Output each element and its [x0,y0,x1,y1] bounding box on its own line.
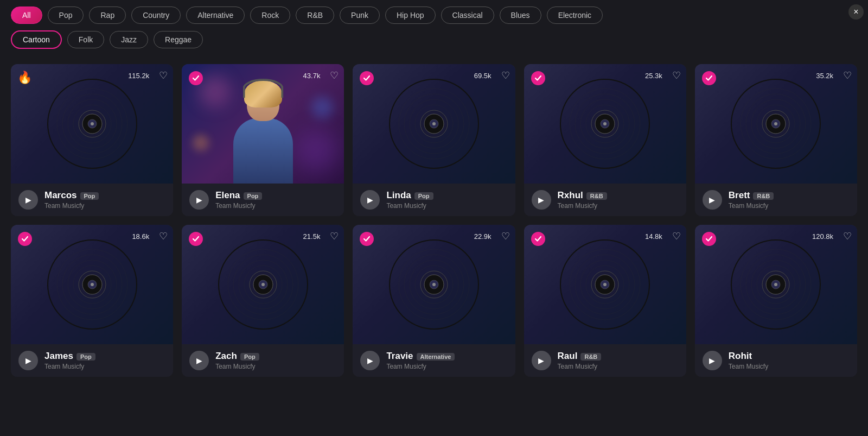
genre-btn-alternative[interactable]: Alternative [186,7,245,24]
verified-badge [701,71,717,86]
svg-point-8 [91,122,94,125]
heart-button[interactable]: ♡ [843,69,852,81]
card-image: 43.7k ♡ [182,64,344,184]
music-card-rxhul[interactable]: 25.3k ♡ ▶ RxhulR&B Team Musicfy [524,64,686,216]
genre-btn-blues[interactable]: Blues [500,7,541,24]
verified-badge [359,71,374,86]
fire-badge: 🔥 [17,71,32,85]
genre-tag: R&B [753,192,774,200]
genre-tag: Pop [76,353,95,361]
play-button[interactable]: ▶ [189,351,209,370]
card-team: Team Musicfy [558,202,679,210]
card-team: Team Musicfy [215,363,336,370]
play-button[interactable]: ▶ [360,351,380,370]
music-card-rohit[interactable]: 120.8k ♡ ▶ Rohit Team Musicfy [695,225,857,377]
card-artist-name: RaulR&B [558,351,679,362]
genre-btn-electronic[interactable]: Electronic [547,7,603,24]
card-info: ▶ RaulR&B Team Musicfy [524,344,686,377]
genre-tag: Pop [414,192,433,200]
card-info: ▶ ZachPop Team Musicfy [182,344,344,377]
heart-button[interactable]: ♡ [672,69,681,81]
music-card-elena[interactable]: 43.7k ♡ ▶ ElenaPop Team Musicfy [182,64,344,216]
genre-btn-country[interactable]: Country [131,7,181,24]
svg-point-29 [531,71,545,85]
svg-point-69 [360,232,374,246]
close-button[interactable]: × [848,4,864,20]
card-team: Team Musicfy [44,202,165,210]
card-count: 35.2k [816,72,833,80]
genre-tag: Pop [240,353,259,361]
play-button[interactable]: ▶ [18,190,38,210]
music-card-brett[interactable]: 35.2k ♡ ▶ BrettR&B Team Musicfy [695,64,857,216]
verified-badge [17,231,33,247]
genre-filters: AllPopRapCountryAlternativeRockR&BPunkHi… [0,0,868,49]
card-text: RxhulR&B Team Musicfy [558,190,679,210]
verified-badge [359,231,374,247]
heart-button[interactable]: ♡ [330,230,339,242]
card-text: ZachPop Team Musicfy [215,351,336,370]
card-count: 69.5k [474,72,492,80]
heart-button[interactable]: ♡ [501,230,510,242]
genre-btn-reggae[interactable]: Reggae [154,31,203,48]
genre-btn-cartoon[interactable]: Cartoon [11,30,62,49]
heart-button[interactable]: ♡ [330,69,339,81]
verified-badge [188,71,203,86]
card-artist-name: TravieAlternative [386,351,507,362]
svg-point-58 [261,283,265,286]
heart-button[interactable]: ♡ [159,230,168,242]
svg-point-39 [702,71,716,85]
music-card-travie[interactable]: 22.9k ♡ ▶ TravieAlternative Team Musicfy [353,225,515,377]
genre-btn-folk[interactable]: Folk [67,31,104,48]
genre-btn-pop[interactable]: Pop [48,7,84,24]
genre-btn-hiphop[interactable]: Hip Hop [385,7,436,24]
play-button[interactable]: ▶ [189,190,209,210]
card-artist-name: JamesPop [44,351,165,362]
card-count: 25.3k [645,72,662,80]
svg-point-79 [531,232,545,246]
music-card-raul[interactable]: 14.8k ♡ ▶ RaulR&B Team Musicfy [524,225,686,377]
card-text: JamesPop Team Musicfy [44,351,165,370]
heart-button[interactable]: ♡ [843,230,852,242]
music-card-linda[interactable]: 69.5k ♡ ▶ LindaPop Team Musicfy [353,64,515,216]
card-team: Team Musicfy [729,363,850,370]
genre-btn-all[interactable]: All [11,7,42,24]
music-card-marcos[interactable]: 🔥 115.2k ♡ ▶ MarcosPop Team Musicfy [11,64,173,216]
genre-btn-rap[interactable]: Rap [89,7,126,24]
genre-btn-classical[interactable]: Classical [441,7,494,24]
card-image: 120.8k ♡ [695,225,857,344]
card-image: 35.2k ♡ [695,64,857,184]
play-button[interactable]: ▶ [360,190,380,210]
play-button[interactable]: ▶ [532,351,551,370]
genre-btn-rb[interactable]: R&B [296,7,334,24]
genre-tag: Alternative [417,353,455,361]
card-text: RaulR&B Team Musicfy [558,351,679,370]
play-button[interactable]: ▶ [703,190,722,210]
card-image: 14.8k ♡ [524,225,686,344]
card-artist-name: RxhulR&B [558,190,679,201]
play-button[interactable]: ▶ [703,351,722,370]
heart-button[interactable]: ♡ [501,69,510,81]
svg-point-9 [189,71,203,85]
card-team: Team Musicfy [729,202,850,210]
card-info: ▶ JamesPop Team Musicfy [11,344,173,377]
genre-btn-rock[interactable]: Rock [250,7,290,24]
card-text: BrettR&B Team Musicfy [729,190,850,210]
card-text: ElenaPop Team Musicfy [215,190,336,210]
svg-point-18 [432,122,436,125]
card-artist-name: ElenaPop [215,190,336,201]
music-card-james[interactable]: 18.6k ♡ ▶ JamesPop Team Musicfy [11,225,173,377]
genre-tag: Pop [80,192,99,200]
genre-tag: Pop [244,192,263,200]
card-artist-name: LindaPop [386,190,507,201]
genre-tag: R&B [580,353,601,361]
play-button[interactable]: ▶ [532,190,551,210]
heart-button[interactable]: ♡ [672,230,681,242]
heart-button[interactable]: ♡ [159,69,168,81]
music-card-zach[interactable]: 21.5k ♡ ▶ ZachPop Team Musicfy [182,225,344,377]
play-button[interactable]: ▶ [18,351,38,370]
card-image: 18.6k ♡ [11,225,173,344]
genre-btn-jazz[interactable]: Jazz [110,31,148,48]
genre-btn-punk[interactable]: Punk [340,7,380,24]
genre-tag: R&B [586,192,607,200]
card-artist-name: Rohit [729,351,850,362]
